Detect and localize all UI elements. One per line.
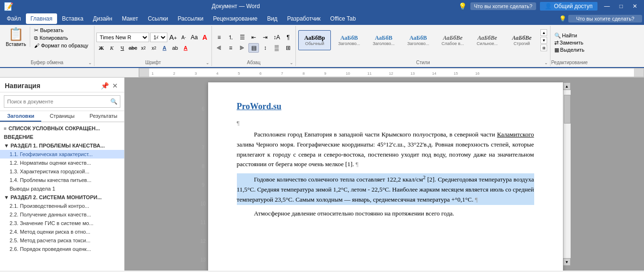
nav-item-9[interactable]: 2.1. Производственный контро...	[0, 202, 124, 210]
decrease-indent-button[interactable]: ⇤	[248, 33, 259, 42]
menu-mailings[interactable]: Рассылки	[173, 13, 208, 24]
nav-item-6[interactable]: 1.4. Проблемы качества питьев...	[0, 176, 124, 184]
menu-review[interactable]: Рецензирование	[208, 13, 262, 24]
select-button[interactable]: ▦ Выделить	[552, 46, 586, 54]
underline-button[interactable]: Ч	[117, 43, 127, 53]
borders-button[interactable]: ⊞	[283, 43, 293, 53]
superscript-button[interactable]: x2	[149, 43, 159, 53]
nav-item-8[interactable]: ▼ РАЗДЕЛ 2. СИСТЕМА МОНИТОРИ...	[0, 193, 124, 202]
nav-item-3[interactable]: 1.1. Геофизическая характерист...	[0, 150, 124, 159]
nav-item-7[interactable]: Выводы раздела 1	[0, 184, 124, 193]
strikethrough-button[interactable]: abc	[128, 43, 138, 53]
align-left-button[interactable]: ⫷	[214, 43, 224, 53]
subscript-button[interactable]: x2	[139, 43, 148, 53]
menu-officetab[interactable]: Office Tab	[326, 13, 361, 24]
styles-scroll-down[interactable]: ▼	[540, 37, 547, 44]
style-heading3[interactable]: АаБбВ Заголово...	[402, 30, 434, 50]
font-decrease-button[interactable]: A-	[179, 33, 188, 42]
nav-item-2[interactable]: ▼ РАЗДЕЛ 1. ПРОБЛЕМЫ КАЧЕСТВА...	[0, 141, 124, 150]
share-button[interactable]: 👤 Общий доступ	[540, 2, 597, 11]
font-expand-icon[interactable]: ⌄	[206, 60, 210, 65]
menu-file[interactable]: Файл	[2, 13, 26, 24]
bold-button[interactable]: Ж	[96, 43, 106, 53]
paste-button[interactable]: 📋 Вставить	[2, 27, 30, 47]
paragraph-3[interactable]: Атмосферное давление относительно постоя…	[237, 209, 534, 219]
cut-button[interactable]: ✂ Вырезать	[32, 27, 90, 34]
scrollbar-thumb[interactable]	[564, 95, 571, 124]
maximize-button[interactable]: □	[617, 3, 626, 10]
help-search-text[interactable]: Что вы хотите сделать?	[568, 15, 642, 23]
clipboard-expand-icon[interactable]: ⌄	[88, 60, 92, 65]
show-marks-button[interactable]: ¶	[283, 33, 293, 42]
menu-design[interactable]: Дизайн	[88, 13, 117, 24]
find-button[interactable]: 🔍 Найти	[552, 32, 586, 39]
style-normal[interactable]: АаБбВр Обычный	[298, 30, 331, 50]
italic-button[interactable]: К	[107, 43, 117, 53]
nav-item-0[interactable]: ≡ СПИСОК УСЛОВНЫХ СОКРАЩЕН...	[0, 124, 124, 133]
line-spacing-button[interactable]: ↕	[260, 43, 270, 53]
menu-developer[interactable]: Разработчик	[282, 13, 326, 24]
text-highlight-color-button[interactable]: ab	[170, 43, 180, 53]
menu-insert[interactable]: Вставка	[57, 13, 88, 24]
justify-button[interactable]: ▤	[248, 43, 259, 53]
minimize-button[interactable]: —	[601, 3, 613, 10]
numbering-button[interactable]: ⒈	[225, 33, 236, 42]
style-heading2[interactable]: АаБбВ Заголово...	[367, 30, 400, 50]
menu-layout[interactable]: Макет	[117, 13, 143, 24]
nav-tab-headings[interactable]: Заголовки	[0, 111, 41, 122]
styles-scroll-up[interactable]: ▲	[540, 29, 547, 36]
format-painter-button[interactable]: 🖌 Формат по образцу	[32, 42, 90, 49]
nav-search-input[interactable]	[4, 95, 120, 108]
paragraph-expand-icon[interactable]: ⌄	[290, 60, 293, 65]
highlight-button[interactable]: A	[200, 33, 210, 42]
close-button[interactable]: ✕	[630, 3, 640, 10]
nav-item-12[interactable]: 2.4. Метод оценки риска в отно...	[0, 227, 124, 236]
scrollbar-up-button[interactable]: ▲	[563, 82, 571, 90]
paragraph-2[interactable]: Годовое количество солнечного тепла сост…	[237, 173, 534, 205]
style-heading1[interactable]: АаБбВ Заголово...	[333, 30, 365, 50]
nav-item-1[interactable]: ВВЕДЕНИЕ	[0, 133, 124, 141]
paragraph-1[interactable]: Расположен город Евпатория в западной ча…	[237, 130, 534, 170]
search-box[interactable]: Что вы хотите сделать?	[470, 2, 537, 10]
align-right-button[interactable]: ⫸	[237, 43, 247, 53]
scrollbar-down-button[interactable]: ▼	[563, 258, 571, 266]
nav-item-13[interactable]: 2.5. Метод расчета риска токси...	[0, 236, 124, 245]
nav-item-11[interactable]: 2.3. Значение ГИС в системе мо...	[0, 219, 124, 227]
scrollbar-track[interactable]	[563, 90, 571, 258]
align-center-button[interactable]: ≡	[225, 43, 236, 53]
increase-indent-button[interactable]: ⇥	[260, 33, 270, 42]
styles-more[interactable]: ⊞	[540, 45, 547, 51]
copy-button[interactable]: ⧉ Копировать	[32, 34, 90, 42]
sort-button[interactable]: ↕A	[271, 33, 282, 42]
help-icon[interactable]: 💡	[458, 2, 467, 10]
nav-tab-results[interactable]: Результаты	[83, 111, 124, 122]
replace-button[interactable]: ⇄ Заменить	[552, 39, 586, 46]
style-strong[interactable]: АаБбВе Сильное...	[471, 30, 503, 50]
menu-view[interactable]: Вид	[262, 13, 282, 24]
vertical-scrollbar[interactable]: ▲ ▼	[563, 82, 571, 266]
nav-item-4[interactable]: 1.2. Нормативы оценки качеств...	[0, 159, 124, 167]
nav-item-5[interactable]: 1.3. Характеристика городской...	[0, 167, 124, 176]
menu-references[interactable]: Ссылки	[143, 13, 173, 24]
styles-expand-icon[interactable]: ⌄	[544, 60, 548, 65]
font-color-button[interactable]: A	[181, 43, 190, 53]
document-area[interactable]: 6 7 8 9 10 11 12 13 14 15 16 ProWord.su …	[125, 78, 644, 271]
document-page[interactable]: ProWord.su ¶ Расположен город Евпатория …	[208, 82, 563, 271]
nav-pin-button[interactable]: 📌	[100, 81, 109, 90]
nav-close-button[interactable]: ✕	[111, 81, 119, 90]
case-button[interactable]: Aa	[189, 33, 199, 42]
style-strict[interactable]: АаБбВе Строгий	[505, 30, 538, 50]
style-weak[interactable]: АаБбВе Слабое в...	[436, 30, 469, 50]
menu-home[interactable]: Главная	[26, 13, 58, 24]
shading-button[interactable]: ▒	[271, 43, 282, 53]
nav-item-14[interactable]: 2.6. Порядок проведения оценк...	[0, 245, 124, 253]
font-family-select[interactable]: Times New R	[96, 33, 149, 42]
nav-tab-pages[interactable]: Страницы	[41, 111, 82, 122]
font-increase-button[interactable]: A+	[168, 33, 178, 42]
nav-item-10[interactable]: 2.2. Получение данных качеств...	[0, 210, 124, 219]
multilevel-list-button[interactable]: ☰	[237, 33, 247, 42]
font-size-select[interactable]: 14	[150, 33, 167, 42]
nav-item-label-12: 2.4. Метод оценки риска в отно...	[10, 229, 90, 235]
text-effects-button[interactable]: A	[160, 43, 169, 53]
bullets-button[interactable]: ≡	[214, 33, 224, 42]
